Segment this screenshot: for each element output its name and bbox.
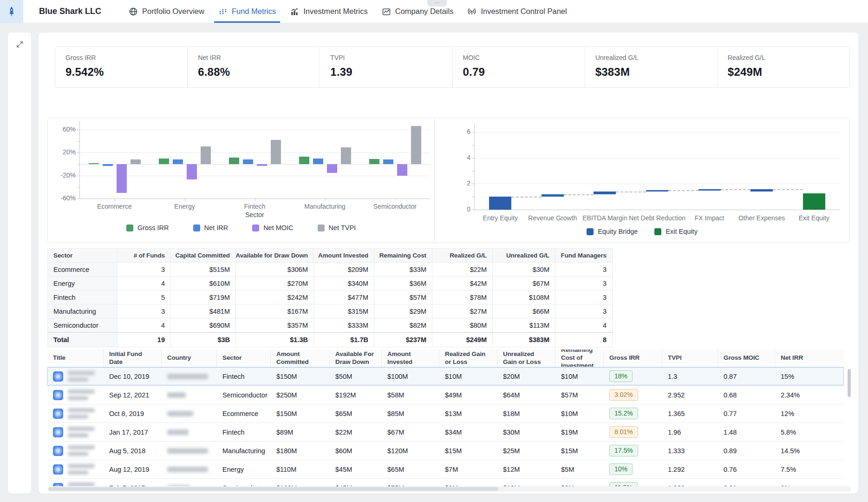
remaining-cost-cell: $3M: [555, 479, 604, 486]
realized-gl-cell: $13M: [439, 404, 497, 423]
net-irr-cell: 15%: [775, 367, 844, 385]
redacted-text-line: [68, 408, 95, 412]
sector-cell: Ecommerce: [217, 404, 271, 423]
tab-company-details[interactable]: Company Details: [375, 0, 461, 23]
avatar: [53, 409, 63, 419]
legend-item-exit-equity[interactable]: Exit Equity: [654, 228, 698, 235]
table-row[interactable]: Jan 17, 2017Fintech$89M$22M$67M$34M$30M$…: [47, 423, 844, 442]
line-chart-icon: [382, 7, 391, 16]
x-axis-line: [474, 210, 840, 210]
gross-irr-cell: 18%: [604, 367, 662, 385]
kpi-label: MOIC: [463, 54, 574, 61]
table-row[interactable]: Oct 8, 2019Ecommerce$150M$65M$85M$13M$18…: [47, 404, 844, 423]
title-cell: [47, 404, 104, 423]
table-cell: $357M: [236, 318, 314, 332]
remaining-cost-cell: $5M: [555, 460, 604, 478]
sector-cell: Energy: [217, 460, 271, 478]
table-cell: $78M: [432, 291, 493, 304]
table-row[interactable]: Aug 5, 2018Manufacturing$180M$60M$120M$1…: [47, 442, 844, 460]
table-cell: $690M: [171, 318, 236, 332]
table-row-semiconductor[interactable]: Semiconductor4$690M$357M$333M$82M$80M$11…: [47, 318, 613, 332]
table-cell: Remaining Cost: [374, 249, 432, 262]
app-logo[interactable]: [0, 0, 23, 23]
tab-investment-control-panel[interactable]: Investment Control Panel: [460, 0, 574, 23]
x-axis-category-label: Revenue Growth: [522, 214, 583, 222]
realized-gl-cell: $15M: [439, 442, 497, 460]
x-axis-category-label: Exit Equity: [784, 214, 844, 222]
table-cell: $481M: [171, 304, 236, 318]
table-row-total[interactable]: Total19$3B$1.3B$1.7B$237M$249M$383M8: [47, 332, 613, 347]
legend-label: Exit Equity: [666, 228, 698, 235]
legend-item-equity-bridge[interactable]: Equity Bridge: [587, 228, 638, 235]
available-draw-down-cell: $22M: [330, 423, 382, 441]
bar-gross-irr: [369, 159, 379, 164]
expand-sidebar-button[interactable]: [13, 38, 26, 50]
gross-irr-badge: 17.5%: [609, 445, 638, 456]
table-cell: $270M: [236, 277, 314, 290]
sector-cell: Fintech: [217, 423, 271, 441]
fund-date-cell: Oct 8, 2019: [104, 404, 162, 423]
waterfall-bar-entry-equity: [489, 197, 511, 210]
horizontal-scrollbar-thumb[interactable]: [48, 487, 498, 491]
tab-fund-metrics[interactable]: Fund Metrics: [211, 0, 283, 23]
table-row[interactable]: Feb 7, 2017Semiconductor$100M$45M$75M$9M…: [47, 479, 844, 486]
sector-cell: Semiconductor: [217, 479, 271, 486]
country-cell: [162, 460, 217, 478]
remaining-cost-cell: $19M: [555, 423, 604, 441]
sector-metrics-chart: 60%20%-20%-60%EcommerceEnergyFintechManu…: [48, 118, 434, 243]
waterfall-connector: [773, 189, 803, 190]
title-cell: [47, 367, 104, 385]
table-cell: 5: [117, 291, 171, 304]
legend-swatch: [587, 228, 594, 235]
column-header: Initial Fund Date: [104, 350, 162, 367]
legend-item-gross-irr[interactable]: Gross IRR: [126, 224, 169, 231]
table-row[interactable]: Dec 10, 2019Fintech$150M$50M$100M$10M$20…: [47, 367, 844, 386]
table-row[interactable]: Aug 12, 2019Energy$110M$45M$65M$7M$12M$5…: [47, 460, 844, 479]
fund-date-cell: Feb 7, 2017: [104, 479, 162, 486]
y-axis-tick: [472, 158, 474, 159]
bar-net-moic: [327, 164, 337, 173]
table-row-manufacturing[interactable]: Manufacturing3$481M$167M$315M$29M$27M$66…: [47, 304, 613, 318]
kpi-value: $383M: [595, 66, 707, 79]
legend-item-net-tvpi[interactable]: Net TVPI: [318, 224, 356, 231]
nav-tabs: Portfolio OverviewFund MetricsInvestment…: [122, 0, 574, 23]
kpi-label: Gross IRR: [65, 54, 177, 61]
gridline: [79, 152, 430, 153]
table-row-ecommerce[interactable]: Ecommerce3$515M$306M$209M$33M$22M$30M3: [47, 263, 613, 277]
table-cell: $237M: [374, 333, 432, 347]
vertical-scrollbar-thumb[interactable]: [848, 369, 851, 397]
legend-item-net-moic[interactable]: Net MOIC: [252, 224, 293, 231]
amount-committed-cell: $89M: [271, 423, 330, 441]
tab-portfolio-overview[interactable]: Portfolio Overview: [122, 0, 211, 23]
gridline: [79, 130, 430, 130]
table-cell: 4: [117, 318, 171, 332]
table-row[interactable]: Sep 12, 2021Semiconductor$250M$192M$58M$…: [47, 386, 844, 404]
y-axis-tick-label: 2: [450, 179, 470, 187]
kpi-net-irr: Net IRR6.88%: [188, 47, 320, 87]
legend-label: Net MOIC: [263, 224, 293, 231]
title-cell: [47, 479, 104, 486]
title-cell: [47, 423, 104, 441]
table-row-fintech[interactable]: Fintech5$719M$242M$477M$57M$78M$108M3: [47, 291, 613, 304]
table-cell: 19: [117, 333, 171, 347]
window-controls-pill[interactable]: ⋯: [427, 0, 447, 7]
x-axis-tick: [395, 198, 396, 201]
tab-investment-metrics[interactable]: Investment Metrics: [283, 0, 374, 23]
kpi-tvpi: TVPI1.39: [320, 47, 452, 87]
table-cell: 3: [117, 263, 171, 276]
table-cell: Amount Invested: [314, 249, 374, 262]
bar-gross-irr: [159, 159, 169, 164]
horizontal-scrollbar[interactable]: [47, 486, 851, 492]
legend-item-net-irr[interactable]: Net IRR: [193, 224, 228, 231]
y-axis-tick: [77, 187, 79, 188]
table-row-energy[interactable]: Energy4$610M$270M$340M$36M$42M$67M3: [47, 277, 613, 291]
remaining-cost-cell: $10M: [555, 367, 604, 385]
row-label-cell: Energy: [48, 277, 117, 290]
unrealized-gl-cell: $10M: [497, 479, 555, 486]
unrealized-gl-cell: $12M: [497, 460, 555, 478]
equity-bridge-chart: 0246Entry EquityRevenue GrowthEBITDA Mar…: [434, 118, 849, 243]
unrealized-gl-cell: $30M: [497, 423, 555, 441]
gross-irr-cell: 17.5%: [604, 442, 662, 460]
column-header: Sector: [217, 350, 271, 367]
net-irr-cell: 12%: [775, 404, 844, 423]
